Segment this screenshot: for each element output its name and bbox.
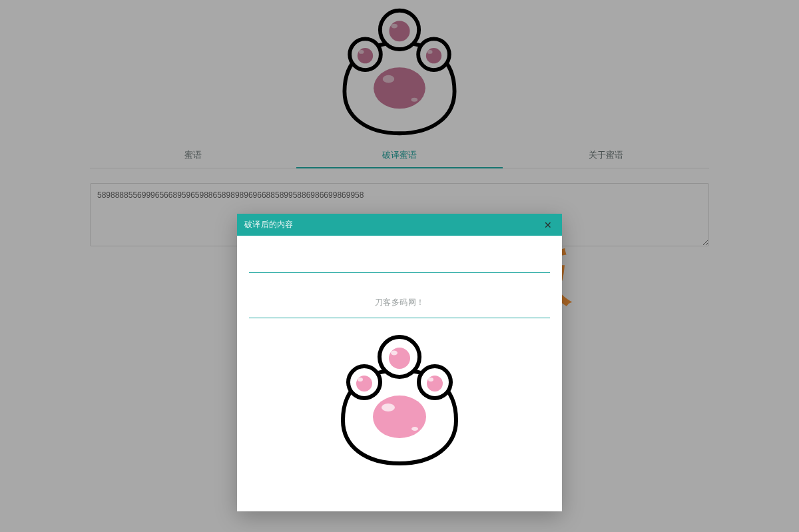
svg-point-21: [391, 351, 398, 356]
svg-point-24: [411, 427, 418, 431]
svg-point-23: [382, 403, 395, 411]
svg-point-22: [428, 378, 433, 382]
modal: 破译后的内容 ✕ 刀客多码网！: [237, 214, 562, 511]
modal-header: 破译后的内容 ✕: [237, 214, 562, 236]
close-icon[interactable]: ✕: [537, 214, 559, 236]
paw-icon: [330, 330, 469, 470]
divider: [249, 272, 550, 273]
modal-body: 刀客多码网！: [237, 236, 562, 511]
modal-decoded-text: 刀客多码网！: [375, 297, 425, 308]
svg-point-20: [358, 378, 363, 382]
svg-point-18: [427, 376, 443, 392]
divider: [249, 318, 550, 318]
svg-point-17: [389, 348, 410, 369]
modal-title: 破译后的内容: [244, 219, 294, 230]
svg-point-19: [373, 396, 426, 438]
modal-overlay[interactable]: 破译后的内容 ✕ 刀客多码网！: [0, 0, 799, 532]
svg-point-16: [356, 376, 372, 392]
